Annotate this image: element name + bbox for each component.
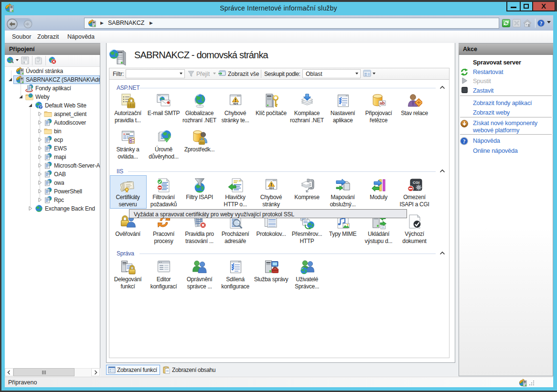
- svg-text:?: ?: [463, 138, 466, 144]
- svg-text:ab: ab: [379, 100, 385, 106]
- svg-text:CGI: CGI: [412, 180, 419, 185]
- svg-text:404: 404: [233, 102, 238, 105]
- svg-text:?: ?: [40, 105, 42, 109]
- svg-text:404: 404: [268, 186, 274, 190]
- svg-text:?: ?: [540, 21, 543, 26]
